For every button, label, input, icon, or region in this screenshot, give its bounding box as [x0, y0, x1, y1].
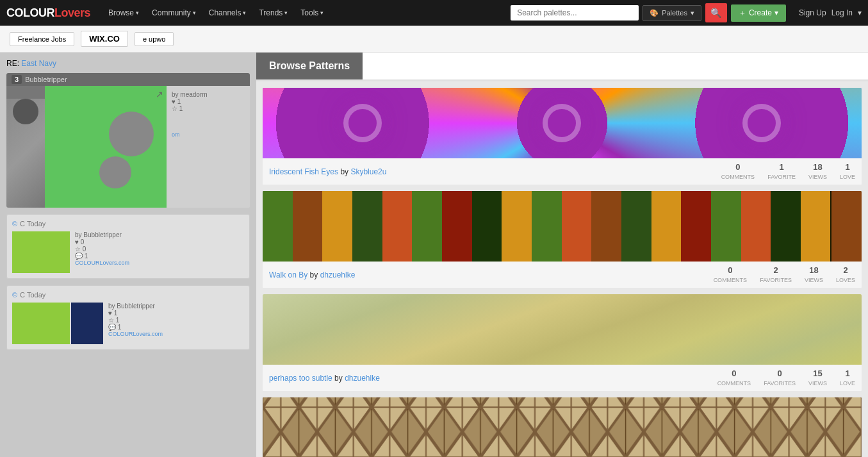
pattern-title-1: Iridescent Fish Eyes by Skyblue2u: [269, 167, 386, 176]
stat-love-3: 1 LOVE: [840, 369, 855, 387]
nav-trends[interactable]: Trends ▾: [254, 6, 293, 20]
trends-arrow-icon: ▾: [284, 10, 288, 16]
stat-comments-2: 0 COMMENTS: [714, 265, 748, 284]
pattern-item-1: Iridescent Fish Eyes by Skyblue2u 0 COMM…: [263, 88, 862, 185]
signup-link[interactable]: Sign Up: [799, 8, 826, 17]
stat-views-2: 18 VIEWS: [805, 265, 823, 284]
stat-favorites-1: 1 FAVORITE: [767, 162, 796, 181]
nav-menu: Browse ▾ Community ▾ Channels ▾ Trends ▾…: [103, 6, 329, 20]
stat-favorites-3: 0 FAVORITES: [764, 369, 796, 387]
pattern-title-2: Walk on By by dhzuehlke: [269, 270, 355, 279]
pattern-stats-1: 0 COMMENTS 1 FAVORITE 18 VIEWS 1: [721, 162, 855, 181]
small-card-today-1: © C Today by Bubbletripper ♥ 0 ☆ 0 💬 1 C…: [6, 214, 250, 279]
stat-views-3: 15 VIEWS: [808, 369, 827, 387]
small-card-today-2: © C Today by Bubbletripper ♥ 1 ☆ 1 💬 1 C…: [6, 285, 250, 350]
community-arrow-icon: ▾: [193, 10, 196, 16]
pattern-name-link-1[interactable]: Iridescent Fish Eyes: [269, 167, 338, 176]
plus-icon: ＋: [739, 8, 746, 19]
logo[interactable]: COLOURLovers: [6, 6, 90, 20]
upwork-link[interactable]: e upwo: [135, 32, 174, 46]
pattern-item-4: Into Thin Air by MistyAamen 0 COMMENTS 0…: [263, 397, 862, 457]
search-icon: 🔍: [710, 8, 721, 18]
walk-pattern-bg: [263, 191, 862, 262]
pattern-banner-1[interactable]: [263, 88, 862, 158]
patterns-list: Iridescent Fish Eyes by Skyblue2u 0 COMM…: [256, 81, 868, 457]
card-thumb: [6, 86, 45, 195]
green-swatch-2: [12, 303, 70, 344]
sidebar: RE: East Navy 3 Bubbletripper ↗: [0, 53, 256, 457]
pattern-name-link-3[interactable]: perhaps too subtle: [269, 374, 332, 383]
pattern-author-link-3[interactable]: dhzuehlke: [345, 374, 380, 383]
card-hearts: ♥ 1: [172, 98, 245, 105]
logo-colour: COLOUR: [6, 6, 54, 19]
grey-circle-large: [109, 112, 154, 156]
small-card-2-body: by Bubbletripper ♥ 1 ☆ 1 💬 1 COLOURLover…: [12, 303, 244, 344]
pattern-title-3: perhaps too subtle by dhzuehlke: [269, 374, 380, 383]
stat-comments-1: 0 COMMENTS: [721, 162, 755, 181]
expand-icon[interactable]: ↗: [156, 89, 163, 99]
create-arrow-icon: ▾: [774, 8, 778, 17]
palettes-dropdown[interactable]: 🎨 Palettes ▾: [643, 5, 701, 21]
small-card-1-body: by Bubbletripper ♥ 0 ☆ 0 💬 1 COLOURLover…: [12, 231, 244, 273]
search-input[interactable]: [511, 5, 639, 21]
card-bubbletripper: 3 Bubbletripper ↗ by meadorm: [6, 73, 250, 208]
search-button[interactable]: 🔍: [705, 3, 727, 22]
browse-header: Browse Patterns: [256, 53, 868, 81]
small-card-1-info: by Bubbletripper ♥ 0 ☆ 0 💬 1 COLOURLover…: [75, 231, 129, 273]
wix-link[interactable]: WIX.CO: [81, 31, 128, 47]
stat-views-1: 18 VIEWS: [808, 162, 827, 181]
nav-browse[interactable]: Browse ▾: [103, 6, 144, 20]
palettes-arrow-icon: ▾: [691, 9, 694, 17]
freelance-jobs-link[interactable]: Freelance Jobs: [10, 32, 74, 46]
small-card-1-site: COLOURLovers.com: [75, 260, 129, 266]
pattern-item-2: Walk on By by dhzuehlke 0 COMMENTS 2 FAV…: [263, 191, 862, 288]
pattern-meta-2: Walk on By by dhzuehlke 0 COMMENTS 2 FAV…: [263, 262, 862, 288]
pattern-meta-1: Iridescent Fish Eyes by Skyblue2u 0 COMM…: [263, 158, 862, 185]
navbar: COLOURLovers Browse ▾ Community ▾ Channe…: [0, 0, 868, 26]
stat-favorites-2: 2 FAVORITES: [760, 265, 792, 284]
main-layout: RE: East Navy 3 Bubbletripper ↗: [0, 53, 868, 457]
logo-lovers: Lovers: [54, 6, 90, 19]
east-navy-link[interactable]: East Navy: [21, 59, 56, 68]
stat-love-2: 2 LOVES: [836, 265, 855, 284]
small-card-2-header: © C Today: [12, 291, 244, 299]
content-area: Browse Patterns Iridescent Fish Eyes by: [256, 53, 868, 457]
pattern-item-3: perhaps too subtle by dhzuehlke 0 COMMEN…: [263, 294, 862, 391]
nav-community[interactable]: Community ▾: [147, 6, 201, 20]
card-header: 3 Bubbletripper: [6, 73, 250, 86]
fish-circle-3: [742, 104, 781, 142]
pattern-banner-2[interactable]: [263, 191, 862, 262]
nav-auth: Sign Up Log In ▾: [799, 8, 862, 17]
pattern-name-link-2[interactable]: Walk on By: [269, 270, 307, 279]
browse-title: Browse Patterns: [256, 53, 363, 79]
login-arrow-icon: ▾: [858, 8, 862, 17]
small-card-2-swatches: [12, 303, 103, 344]
card-stars: ☆ 1: [172, 105, 245, 112]
card-green-area: ↗: [45, 86, 167, 208]
fish-circle-1: [343, 104, 382, 142]
pattern-meta-3: perhaps too subtle by dhzuehlke 0 COMMEN…: [263, 365, 862, 391]
small-card-2-info: by Bubbletripper ♥ 1 ☆ 1 💬 1 COLOURLover…: [108, 303, 163, 344]
pattern-author-link-2[interactable]: dhzuehlke: [320, 270, 356, 279]
login-link[interactable]: Log In: [831, 8, 853, 17]
into-thin-air-svg: [263, 397, 862, 457]
browse-arrow-icon: ▾: [136, 10, 139, 16]
create-button[interactable]: ＋ Create ▾: [731, 4, 786, 22]
card-right-info: by meadorm ♥ 1 ☆ 1 om: [167, 86, 250, 208]
channels-arrow-icon: ▾: [243, 10, 246, 16]
tools-arrow-icon: ▾: [320, 10, 323, 16]
card-by: by meadorm: [172, 91, 245, 98]
pattern-author-link-1[interactable]: Skyblue2u: [350, 167, 386, 176]
fish-circle-2: [543, 104, 581, 142]
nav-channels[interactable]: Channels ▾: [204, 6, 252, 20]
stat-love-1: 1 LOVE: [840, 162, 855, 181]
pattern-banner-4[interactable]: [263, 397, 862, 457]
card-site: om: [172, 131, 245, 138]
nav-tools[interactable]: Tools ▾: [295, 6, 329, 20]
green-swatch-1: [12, 231, 70, 273]
navy-swatch: [71, 303, 103, 344]
pattern-stats-2: 0 COMMENTS 2 FAVORITES 18 VIEWS 2: [714, 265, 855, 284]
search-area: 🎨 Palettes ▾ 🔍 ＋ Create ▾: [511, 3, 786, 22]
small-card-1-header: © C Today: [12, 220, 244, 228]
pattern-banner-3[interactable]: [263, 294, 862, 365]
